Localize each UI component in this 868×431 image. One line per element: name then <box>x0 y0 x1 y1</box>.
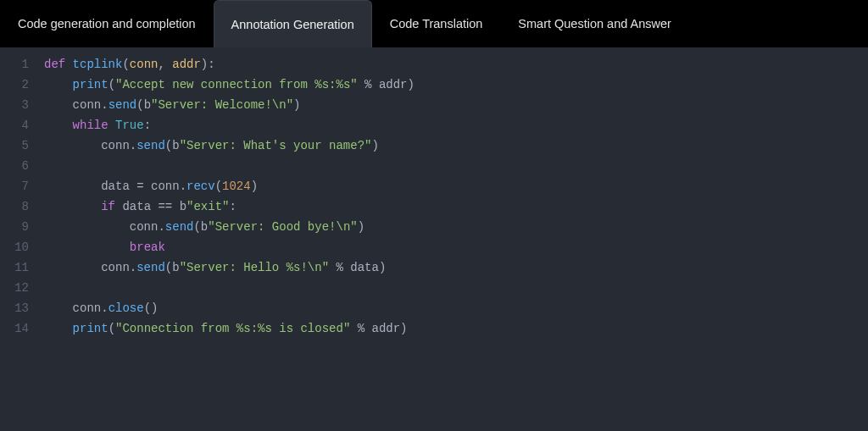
line-number: 11 <box>0 257 29 278</box>
token-param: addr <box>172 58 201 71</box>
token-num: 1024 <box>222 180 251 193</box>
token-id: conn. <box>44 301 108 315</box>
token-id: ( <box>193 220 200 234</box>
token-id: ) <box>371 139 378 152</box>
token-id: ): <box>201 58 215 71</box>
token-id <box>44 200 101 213</box>
token-id: ( <box>165 139 172 152</box>
token-id: conn. <box>44 261 136 274</box>
token-id: ) <box>293 98 300 112</box>
token-kw: break <box>130 240 165 254</box>
tab-code-generation-and-completion[interactable]: Code generation and completion <box>0 0 214 47</box>
tab-code-translation[interactable]: Code Translation <box>372 0 501 47</box>
token-fn: send <box>136 139 165 152</box>
line-number: 1 <box>0 54 29 75</box>
token-id: () <box>144 301 159 315</box>
code-line[interactable]: conn.close() <box>37 298 868 318</box>
code-line[interactable]: conn.send(b"Server: Welcome!\n") <box>37 95 868 115</box>
token-fn: send <box>165 220 194 234</box>
token-id: conn. <box>44 98 108 112</box>
code-line[interactable]: data = conn.recv(1024) <box>37 176 868 196</box>
tab-bar: Code generation and completionAnnotation… <box>0 0 868 47</box>
line-number: 9 <box>0 217 29 237</box>
token-kw: while <box>73 119 115 132</box>
line-number: 4 <box>0 115 29 135</box>
token-str: "Accept new connection from %s:%s" <box>115 78 358 91</box>
token-id: b <box>201 220 208 234</box>
token-id: b <box>180 200 186 213</box>
token-id: ( <box>108 322 115 335</box>
token-id: b <box>144 98 151 112</box>
token-fn: send <box>108 98 137 112</box>
token-str: "Server: What's your name?" <box>180 139 372 152</box>
line-number: 14 <box>0 318 29 339</box>
code-line[interactable] <box>37 156 868 176</box>
token-id: % data) <box>329 261 386 274</box>
token-id: ( <box>215 180 222 193</box>
token-id <box>44 119 73 132</box>
code-line[interactable] <box>37 278 868 298</box>
code-line[interactable]: if data == b"exit": <box>37 196 868 217</box>
line-number: 10 <box>0 237 29 257</box>
token-str: "Server: Hello %s!\n" <box>180 261 329 274</box>
token-id: conn. <box>44 139 136 152</box>
token-fn: tcplink <box>73 58 123 71</box>
token-id: , <box>158 58 172 71</box>
line-number: 13 <box>0 298 29 318</box>
line-number: 7 <box>0 176 29 196</box>
line-number-gutter: 1234567891011121314 <box>0 47 37 431</box>
token-id: data == <box>122 200 179 213</box>
line-number: 8 <box>0 196 29 217</box>
code-line[interactable]: print("Accept new connection from %s:%s"… <box>37 75 868 95</box>
token-id <box>44 240 130 254</box>
line-number: 2 <box>0 75 29 95</box>
token-id: b <box>172 261 179 274</box>
tab-smart-question-and-answer[interactable]: Smart Question and Answer <box>500 0 689 47</box>
token-kw: if <box>101 200 122 213</box>
token-id <box>44 322 73 335</box>
code-line[interactable]: conn.send(b"Server: Hello %s!\n" % data) <box>37 257 868 278</box>
tab-annotation-generation[interactable]: Annotation Generation <box>214 0 372 47</box>
token-id: % addr) <box>350 322 407 335</box>
line-number: 3 <box>0 95 29 115</box>
token-id: conn. <box>44 220 165 234</box>
code-line[interactable]: print("Connection from %s:%s is closed" … <box>37 318 868 339</box>
code-line[interactable]: while True: <box>37 115 868 135</box>
code-line[interactable]: def tcplink(conn, addr): <box>37 54 868 75</box>
token-id: : <box>229 200 236 213</box>
code-content[interactable]: def tcplink(conn, addr): print("Accept n… <box>37 47 868 431</box>
token-kw: def <box>44 58 73 71</box>
code-line[interactable]: conn.send(b"Server: What's your name?") <box>37 135 868 156</box>
line-number: 5 <box>0 135 29 156</box>
token-id: data = conn. <box>44 180 186 193</box>
code-editor[interactable]: 1234567891011121314 def tcplink(conn, ad… <box>0 47 868 431</box>
token-fn: recv <box>186 180 215 193</box>
token-id: b <box>172 139 179 152</box>
token-str: "Connection from %s:%s is closed" <box>115 322 350 335</box>
token-id: ( <box>136 98 143 112</box>
token-id: : <box>144 119 151 132</box>
token-fn: print <box>73 322 108 335</box>
token-param: conn <box>130 58 159 71</box>
token-fn: close <box>108 301 144 315</box>
token-id: ) <box>358 220 364 234</box>
token-id: ( <box>122 58 129 71</box>
token-bool: True <box>115 119 144 132</box>
token-str: "Server: Good bye!\n" <box>208 220 357 234</box>
code-line[interactable]: break <box>37 237 868 257</box>
line-number: 6 <box>0 156 29 176</box>
token-id: ) <box>251 180 258 193</box>
token-str: "Server: Welcome!\n" <box>151 98 293 112</box>
line-number: 12 <box>0 278 29 298</box>
code-line[interactable]: conn.send(b"Server: Good bye!\n") <box>37 217 868 237</box>
token-id <box>44 78 73 91</box>
token-str: "exit" <box>186 200 229 213</box>
token-fn: print <box>73 78 108 91</box>
token-id: ( <box>165 261 172 274</box>
token-fn: send <box>136 261 165 274</box>
token-id: % addr) <box>358 78 415 91</box>
token-id: ( <box>108 78 115 91</box>
